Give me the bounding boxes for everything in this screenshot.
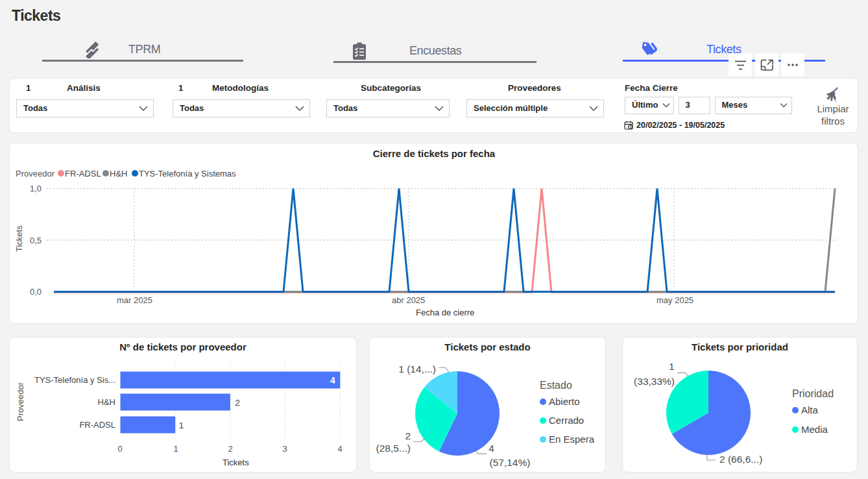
svg-text:4: 4 — [330, 375, 335, 386]
svg-text:2: 2 — [405, 430, 411, 441]
svg-text:Media: Media — [801, 424, 828, 435]
svg-text:Alta: Alta — [801, 404, 819, 415]
svg-text:2 (66,6...): 2 (66,6...) — [719, 454, 762, 465]
svg-text:2: 2 — [235, 398, 240, 408]
svg-text:1: 1 — [179, 421, 184, 430]
svg-text:Estado: Estado — [540, 380, 572, 391]
svg-text:(33,33%): (33,33%) — [634, 376, 675, 387]
svg-text:Prioridad: Prioridad — [792, 388, 834, 399]
svg-text:Abierto: Abierto — [549, 396, 580, 407]
svg-text:Cerrado: Cerrado — [549, 415, 584, 426]
svg-text:1: 1 — [669, 361, 675, 372]
svg-text:4: 4 — [488, 443, 494, 454]
svg-text:(28,5...): (28,5...) — [376, 443, 411, 454]
svg-text:(57,14%): (57,14%) — [490, 457, 531, 468]
svg-text:1 (14,...): 1 (14,...) — [398, 363, 436, 375]
svg-text:En Espera: En Espera — [549, 434, 595, 445]
